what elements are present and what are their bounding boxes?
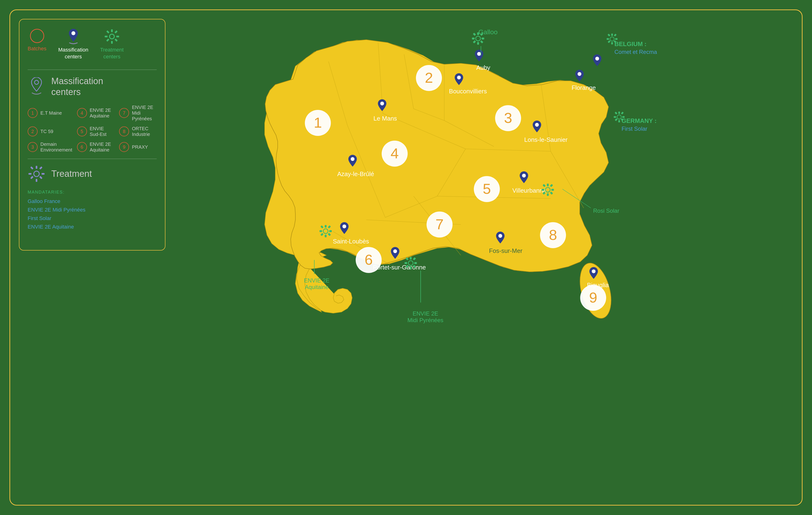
treatment-label: Treatmentcenters [100,47,124,60]
svg-point-66 [498,234,502,238]
svg-rect-111 [611,34,613,36]
massif-section-title: Massificationcenters [51,76,103,97]
mandatary-3: First Solar [28,215,157,222]
svg-text:1: 1 [314,114,322,131]
svg-text:8: 8 [549,227,557,243]
treatment-section: Treatment MANDATARIES: Galloo France ENV… [28,165,157,230]
divider-1 [28,69,157,70]
city-label-bouconvilliers: Bouconvilliers [449,88,487,95]
batches-label: Batches [28,46,47,52]
svg-rect-123 [614,116,616,118]
massif-section-header: Massificationcenters [28,76,157,97]
num-label-6: ENVIE 2EAquitaine [90,141,111,153]
num-label-2: TC 59 [40,128,53,134]
num-circle-4: 4 [77,108,87,118]
num-label-3: DemainEnvironnement [40,141,72,153]
svg-point-119 [595,57,599,60]
numbered-item-4: 4 ENVIE 2EAquitaine [77,105,115,121]
map-area: 1 2 3 4 5 6 7 8 9 Auby [177,19,792,492]
numbered-item-9: 9 PRAXY [119,141,157,153]
svg-rect-72 [482,37,484,39]
svg-rect-3 [111,41,113,44]
city-label-auby: Auby [476,64,490,71]
num-circle-7: 7 [119,108,129,118]
city-label-saint-loubes: Saint-Loubès [333,238,369,245]
massif-section-pin-icon [28,77,46,96]
svg-point-1 [109,34,114,39]
svg-text:7: 7 [436,216,443,232]
num-circle-8: 8 [119,126,129,136]
num-circle-5: 5 [77,126,87,136]
country-label-germany: GERMANY : [621,117,657,124]
svg-rect-17 [39,176,42,179]
svg-text:3: 3 [504,110,512,126]
svg-text:Aquitaine: Aquitaine [305,284,328,290]
massif-pin-icon [67,29,80,44]
svg-point-62 [351,157,354,161]
city-label-portet: Portet-sur-Garonne [373,264,426,271]
france-map: 1 2 3 4 5 6 7 8 9 Auby [177,19,792,492]
svg-rect-101 [547,184,549,186]
svg-point-10 [34,80,38,84]
svg-text:6: 6 [365,252,373,268]
svg-rect-127 [621,112,624,114]
num-circle-6: 6 [77,142,87,152]
svg-point-58 [457,76,461,79]
num-label-5: ENVIESud-Est [90,126,107,137]
svg-rect-18 [39,166,42,170]
svg-point-63 [522,174,526,177]
portet-gear-icon [405,257,417,269]
treatment-gear-icon [104,29,120,44]
treatment-label-rosi: Rosi Solar [593,207,619,214]
svg-rect-113 [607,38,609,40]
city-label-azay: Azay-le-Brûlé [337,170,374,177]
svg-rect-104 [551,189,554,191]
svg-rect-80 [325,235,327,237]
num-label-8: ORTECIndustrie [132,126,150,137]
svg-rect-15 [41,173,45,175]
svg-point-64 [342,225,346,228]
svg-rect-70 [477,42,479,45]
num-circle-1: 1 [28,108,37,118]
svg-text:4: 4 [390,145,399,162]
svg-rect-112 [611,42,613,45]
svg-rect-13 [36,179,37,182]
svg-rect-122 [618,120,620,122]
svg-rect-6 [106,30,109,33]
mandatary-4: ENVIE 2E Aquitaine [28,224,157,230]
num-label-1: E.T Maine [40,110,62,116]
svg-rect-4 [105,36,108,37]
treatment-section-header: Treatment [28,165,157,183]
svg-rect-102 [547,193,549,196]
svg-rect-12 [36,166,37,169]
treatment-section-title: Treatment [51,169,92,179]
svg-text:9: 9 [589,289,597,306]
svg-text:5: 5 [483,180,491,197]
svg-rect-90 [410,257,412,259]
svg-point-61 [535,123,539,127]
svg-rect-81 [320,230,322,232]
svg-rect-73 [473,33,476,36]
num-circle-2: 2 [28,126,37,136]
treatment-label-envie-aq: ENVIE 2E [304,277,329,284]
svg-rect-125 [615,112,617,114]
svg-rect-128 [615,118,617,121]
city-label-florange: Florange [572,84,596,91]
massif-label: Massificationcenters [58,47,88,60]
svg-rect-92 [405,262,407,264]
svg-rect-114 [615,38,617,40]
num-circle-9: 9 [119,142,129,152]
svg-rect-118 [608,40,610,43]
svg-rect-2 [111,29,113,32]
divider-2 [28,159,157,159]
svg-rect-9 [106,38,109,41]
num-label-7: ENVIE 2EMidi Pyrénées [132,105,157,121]
svg-rect-71 [472,37,474,39]
svg-rect-117 [614,34,616,36]
svg-text:Midi Pyrénées: Midi Pyrénées [407,317,443,323]
svg-point-65 [393,249,397,253]
svg-rect-5 [116,36,119,37]
svg-rect-124 [622,116,625,118]
legend-panel: Batches Massificationcenters [19,19,166,251]
svg-rect-14 [28,173,31,175]
